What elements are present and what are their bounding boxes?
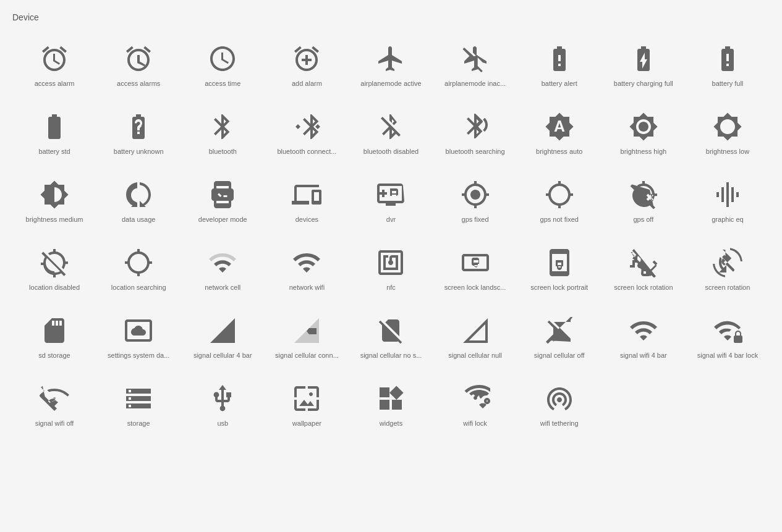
- icon-bluetooth-disabled[interactable]: bluetooth disabled: [349, 103, 433, 164]
- icon-signal-cellular-off[interactable]: signal cellular off: [517, 306, 601, 368]
- icon-label-gps-off: gps off: [633, 216, 653, 223]
- icon-label-gps-fixed: gps fixed: [462, 216, 489, 223]
- icon-label-screen-lock-portrait: screen lock portrait: [530, 284, 588, 291]
- icon-storage[interactable]: storage: [96, 374, 181, 436]
- icon-dvr[interactable]: dvr: [349, 171, 433, 232]
- icon-battery-std[interactable]: battery std: [12, 103, 96, 164]
- icon-label-battery-std: battery std: [38, 148, 70, 155]
- icon-label-storage: storage: [127, 420, 150, 427]
- icon-label-signal-wifi-4-bar: signal wifi 4 bar: [620, 352, 667, 359]
- icon-bluetooth-searching[interactable]: bluetooth searching: [433, 103, 517, 164]
- icon-label-bluetooth-searching: bluetooth searching: [446, 148, 505, 155]
- icon-label-bluetooth-disabled: bluetooth disabled: [363, 148, 419, 155]
- icon-label-devices: devices: [295, 216, 318, 223]
- icon-wallpaper[interactable]: wallpaper: [265, 374, 349, 436]
- icon-developer-mode[interactable]: developer mode: [181, 171, 265, 232]
- icon-label-signal-cellular-null: signal cellular null: [448, 352, 502, 359]
- icon-network-cell[interactable]: network cell: [181, 239, 265, 300]
- icon-label-settings-system-daydream: settings system da...: [108, 352, 169, 359]
- icon-label-gps-not-fixed: gps not fixed: [540, 216, 579, 223]
- icon-screen-lock-portrait[interactable]: screen lock portrait: [517, 239, 601, 300]
- icon-label-signal-wifi-4-bar-lock: signal wifi 4 bar lock: [697, 352, 758, 359]
- icon-label-screen-lock-rotation: screen lock rotation: [614, 284, 673, 291]
- icon-gps-off[interactable]: gps off: [601, 171, 686, 232]
- icon-signal-cellular-connected[interactable]: signal cellular conn...: [265, 306, 349, 368]
- icon-gps-not-fixed[interactable]: gps not fixed: [517, 171, 601, 232]
- icon-brightness-auto[interactable]: brightness auto: [517, 103, 601, 164]
- icon-settings-system-daydream[interactable]: settings system da...: [96, 306, 181, 368]
- icon-signal-cellular-null[interactable]: signal cellular null: [433, 306, 517, 368]
- icon-nfc[interactable]: nfc: [349, 239, 433, 300]
- icon-access-time[interactable]: access time: [181, 35, 265, 96]
- icon-label-signal-cellular-no-sim: signal cellular no s...: [360, 352, 422, 359]
- icon-signal-wifi-off[interactable]: signal wifi off: [12, 374, 96, 436]
- icon-battery-charging-full[interactable]: battery charging full: [601, 35, 686, 96]
- icon-label-airplanemode-inactive: airplanemode inac...: [444, 80, 506, 87]
- icon-label-brightness-auto: brightness auto: [536, 148, 582, 155]
- icon-add-alarm[interactable]: add alarm: [265, 35, 349, 96]
- icon-label-widgets: widgets: [380, 420, 402, 427]
- icon-bluetooth[interactable]: bluetooth: [181, 103, 265, 164]
- icon-label-data-usage: data usage: [122, 216, 155, 223]
- icon-label-bluetooth: bluetooth: [209, 148, 237, 155]
- icon-label-add-alarm: add alarm: [292, 80, 322, 87]
- icon-battery-unknown[interactable]: battery unknown: [96, 103, 181, 164]
- icon-brightness-high[interactable]: brightness high: [601, 103, 686, 164]
- icon-label-wifi-tethering: wifi tethering: [540, 420, 579, 427]
- icon-label-battery-unknown: battery unknown: [114, 148, 164, 155]
- icon-bluetooth-connected[interactable]: bluetooth connect...: [265, 103, 349, 164]
- icon-label-brightness-high: brightness high: [621, 148, 667, 155]
- icon-label-brightness-medium: brightness medium: [26, 216, 83, 223]
- icon-airplanemode-active[interactable]: airplanemode active: [349, 35, 433, 96]
- icon-label-battery-charging-full: battery charging full: [614, 80, 673, 87]
- icon-label-brightness-low: brightness low: [706, 148, 749, 155]
- icon-label-airplanemode-active: airplanemode active: [360, 80, 421, 87]
- icon-location-disabled[interactable]: location disabled: [12, 239, 96, 300]
- icon-label-screen-rotation: screen rotation: [705, 284, 750, 291]
- icon-brightness-low[interactable]: brightness low: [686, 103, 770, 164]
- icon-location-searching[interactable]: location searching: [96, 239, 181, 300]
- icon-sd-storage[interactable]: sd storage: [12, 306, 96, 368]
- icon-access-alarm[interactable]: access alarm: [12, 35, 96, 96]
- icon-label-bluetooth-connected: bluetooth connect...: [277, 148, 336, 155]
- icon-grid: access alarm access alarms access time a…: [12, 35, 770, 436]
- icon-label-sd-storage: sd storage: [38, 352, 70, 359]
- icon-wifi-tethering[interactable]: wifi tethering: [517, 374, 601, 436]
- icon-data-usage[interactable]: data usage: [96, 171, 181, 232]
- icon-signal-wifi-4-bar[interactable]: signal wifi 4 bar: [601, 306, 686, 368]
- icon-screen-lock-rotation[interactable]: screen lock rotation: [601, 239, 686, 300]
- section-title: Device: [12, 12, 770, 22]
- icon-wifi-lock[interactable]: wifi lock: [433, 374, 517, 436]
- icon-battery-alert[interactable]: battery alert: [517, 35, 601, 96]
- icon-brightness-medium[interactable]: brightness medium: [12, 171, 96, 232]
- icon-signal-cellular-no-sim[interactable]: signal cellular no s...: [349, 306, 433, 368]
- icon-widgets[interactable]: widgets: [349, 374, 433, 436]
- icon-screen-rotation[interactable]: screen rotation: [686, 239, 770, 300]
- icon-label-dvr: dvr: [386, 216, 396, 223]
- icon-graphic-eq[interactable]: graphic eq: [686, 171, 770, 232]
- icon-label-screen-lock-landscape: screen lock landsc...: [444, 284, 506, 291]
- icon-label-network-wifi: network wifi: [289, 284, 325, 291]
- icon-network-wifi[interactable]: network wifi: [265, 239, 349, 300]
- icon-signal-wifi-4-bar-lock[interactable]: signal wifi 4 bar lock: [686, 306, 770, 368]
- icon-label-location-disabled: location disabled: [29, 284, 80, 291]
- icon-label-battery-full: battery full: [712, 80, 744, 87]
- icon-label-network-cell: network cell: [205, 284, 240, 291]
- icon-battery-full[interactable]: battery full: [686, 35, 770, 96]
- icon-label-signal-cellular-4-bar: signal cellular 4 bar: [193, 352, 252, 359]
- icon-label-access-alarm: access alarm: [35, 80, 75, 87]
- icon-label-location-searching: location searching: [111, 284, 166, 291]
- icon-devices[interactable]: devices: [265, 171, 349, 232]
- icon-label-access-time: access time: [205, 80, 240, 87]
- icon-label-developer-mode: developer mode: [198, 216, 247, 223]
- icon-label-nfc: nfc: [386, 284, 396, 291]
- icon-usb[interactable]: usb: [181, 374, 265, 436]
- icon-screen-lock-landscape[interactable]: screen lock landsc...: [433, 239, 517, 300]
- icon-gps-fixed[interactable]: gps fixed: [433, 171, 517, 232]
- icon-label-wifi-lock: wifi lock: [463, 420, 487, 427]
- icon-signal-cellular-4-bar[interactable]: signal cellular 4 bar: [181, 306, 265, 368]
- icon-airplanemode-inactive[interactable]: airplanemode inac...: [433, 35, 517, 96]
- icon-label-signal-cellular-off: signal cellular off: [534, 352, 585, 359]
- icon-access-alarms[interactable]: access alarms: [96, 35, 181, 96]
- icon-label-battery-alert: battery alert: [542, 80, 577, 87]
